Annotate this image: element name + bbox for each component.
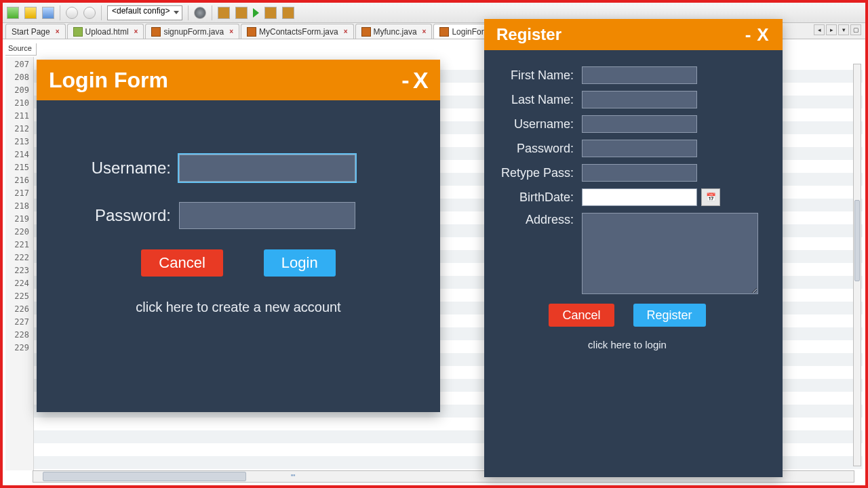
java-file-icon	[361, 27, 371, 37]
minimize-icon[interactable]: -	[741, 24, 755, 45]
login-link[interactable]: click here to login	[487, 339, 768, 350]
java-file-icon	[439, 27, 449, 37]
last-name-label: Last Name:	[487, 93, 582, 107]
vertical-scrollbar[interactable]	[853, 64, 861, 466]
toolbar-separator	[101, 5, 102, 20]
create-account-link[interactable]: click here to create a new account	[64, 300, 413, 315]
birthdate-label: BirthDate:	[487, 190, 582, 205]
open-file-icon[interactable]	[24, 7, 37, 19]
calendar-picker-icon[interactable]: 📅	[701, 188, 720, 206]
toolbar-separator	[212, 5, 212, 20]
last-name-input[interactable]	[582, 91, 697, 108]
tab-start-page[interactable]: Start Page ×	[5, 24, 66, 39]
build-icon[interactable]	[218, 7, 230, 19]
java-file-icon	[247, 27, 256, 37]
close-icon[interactable]: X	[755, 24, 770, 45]
reg-password-input[interactable]	[582, 140, 697, 157]
reg-password-label: Password:	[487, 142, 582, 156]
tab-upload-html[interactable]: Upload.html ×	[67, 24, 144, 39]
source-view-tab[interactable]: Source	[5, 43, 37, 56]
tab-myfunc-java[interactable]: Myfunc.java ×	[355, 24, 433, 39]
username-label: Username:	[64, 159, 179, 178]
tab-label: MyContactsForm.java	[259, 27, 338, 37]
reg-username-label: Username:	[487, 117, 582, 131]
java-file-icon	[151, 27, 161, 37]
save-all-icon[interactable]	[42, 7, 54, 19]
reg-cancel-button[interactable]: Cancel	[549, 304, 614, 327]
address-label: Address:	[487, 213, 582, 227]
retype-pass-input[interactable]	[582, 164, 697, 182]
line-number-gutter: 207 208 209 210 211 212 213 214 215 216 …	[5, 57, 34, 470]
first-name-input[interactable]	[582, 66, 697, 84]
register-button[interactable]: Register	[633, 304, 706, 327]
tabs-dropdown-icon[interactable]: ▾	[838, 24, 849, 35]
first-name-label: First Name:	[487, 68, 582, 83]
cancel-button[interactable]: Cancel	[141, 249, 222, 277]
close-icon[interactable]: ×	[56, 28, 60, 35]
username-input[interactable]	[179, 155, 355, 182]
debug-icon[interactable]	[264, 7, 277, 19]
password-input[interactable]	[179, 202, 355, 229]
html-file-icon	[73, 27, 83, 37]
tab-label: Myfunc.java	[374, 27, 417, 37]
scrollbar-thumb[interactable]	[43, 472, 246, 481]
login-titlebar[interactable]: Login Form - X	[37, 60, 440, 100]
birthdate-input[interactable]	[582, 188, 697, 206]
close-icon[interactable]: ×	[134, 28, 138, 35]
tab-mycontactsform-java[interactable]: MyContactsForm.java ×	[241, 24, 354, 39]
globe-icon[interactable]	[194, 7, 206, 19]
toolbar-separator	[188, 5, 189, 20]
register-title: Register	[496, 25, 741, 44]
run-config-select[interactable]: <default config>	[107, 5, 182, 20]
reg-username-input[interactable]	[582, 115, 697, 133]
password-label: Password:	[64, 206, 179, 225]
redo-icon[interactable]	[83, 7, 96, 19]
scrollbar-thumb[interactable]	[854, 200, 860, 281]
address-input[interactable]	[582, 213, 758, 294]
close-icon[interactable]: ×	[344, 28, 348, 35]
run-config-value: <default config>	[112, 6, 170, 16]
retype-pass-label: Retype Pass:	[487, 166, 582, 180]
register-titlebar[interactable]: Register - X	[484, 19, 783, 50]
tab-label: Start Page	[12, 27, 50, 37]
close-icon[interactable]: ×	[422, 28, 427, 35]
close-icon[interactable]: X	[413, 67, 428, 94]
login-form-window: Login Form - X Username: Password: Cance…	[37, 60, 440, 412]
new-file-icon[interactable]	[7, 7, 19, 19]
tab-label: Upload.html	[85, 27, 129, 37]
close-icon[interactable]: ×	[229, 28, 233, 35]
login-button[interactable]: Login	[264, 249, 336, 277]
maximize-editor-icon[interactable]: ▢	[850, 24, 861, 35]
tab-label: signupForm.java	[163, 27, 224, 37]
tabs-scroll-right-icon[interactable]: ▸	[826, 24, 837, 35]
clean-build-icon[interactable]	[235, 7, 248, 19]
run-icon[interactable]	[253, 8, 259, 18]
scrollbar-marker-icon: '''	[291, 473, 295, 481]
register-form-window: Register - X First Name: Last Name: User…	[484, 19, 783, 477]
profile-icon[interactable]	[282, 7, 294, 19]
minimize-icon[interactable]: -	[398, 67, 413, 94]
toolbar-separator	[60, 5, 60, 20]
chevron-down-icon	[174, 11, 179, 14]
login-title: Login Form	[49, 68, 398, 93]
tabs-scroll-left-icon[interactable]: ◂	[814, 24, 825, 35]
undo-icon[interactable]	[66, 7, 78, 19]
tab-signupform-java[interactable]: signupForm.java ×	[145, 24, 239, 39]
